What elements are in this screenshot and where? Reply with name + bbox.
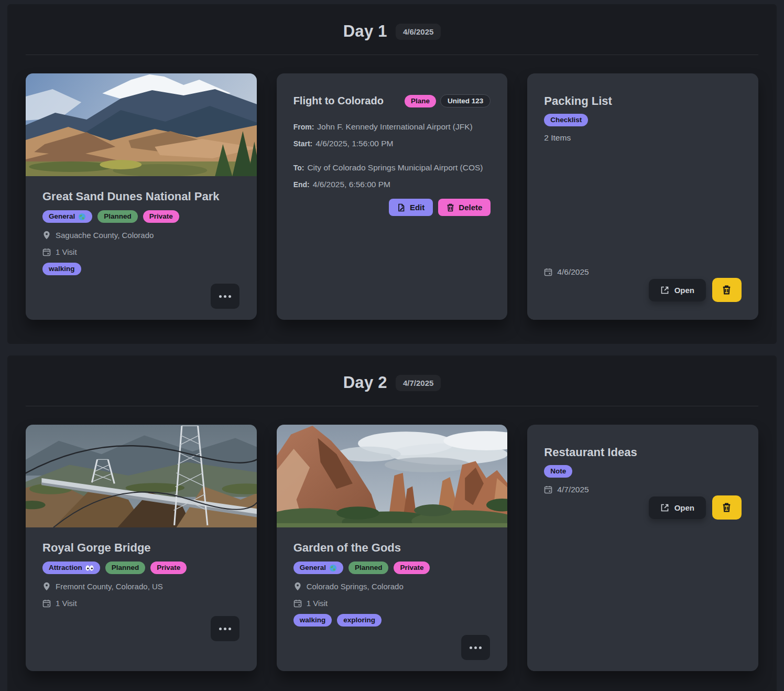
edit-button[interactable]: Edit [389,199,433,216]
checklist-actions: Open [544,278,742,302]
location-pin-icon [42,582,51,591]
start-value: 4/6/2025, 1:56:00 PM [315,139,393,148]
day-2-date-badge: 4/7/2025 [396,375,441,391]
kind-row: Checklist [544,114,742,126]
more-options-button[interactable] [211,616,239,641]
day-2-divider [26,406,758,406]
location-text: Fremont County, Colorado, US [56,582,163,591]
to-label: To: [293,164,304,172]
from-label: From: [293,123,314,131]
day-1-title: Day 1 [343,22,387,41]
place-title: Great Sand Dunes National Park [42,190,240,203]
flight-actions: Edit Delete [293,199,491,216]
more-options-button[interactable] [211,284,239,309]
visibility-tag: Private [143,210,179,223]
day-1-divider [26,55,758,55]
items-count: 2 Items [544,133,742,143]
checklist-title: Packing List [544,94,742,108]
visits-row: 1 Visit [293,599,491,608]
open-button[interactable]: Open [649,496,706,519]
day-1-section: Day 1 4/6/2025 [7,4,777,344]
status-tag: Planned [105,562,146,574]
ellipsis-icon [219,628,231,630]
globe-icon [78,213,86,221]
category-tag: Attraction [42,562,100,574]
tag-row: Attraction Planned Private [42,562,240,574]
arrival-block: To:City of Colorado Springs Municipal Ai… [293,163,491,189]
end-value: 4/6/2025, 6:56:00 PM [313,180,390,189]
open-button[interactable]: Open [649,279,706,301]
location-row: Colorado Springs, Colorado [293,582,491,591]
day-1-header: Day 1 4/6/2025 [26,18,758,41]
category-label: Attraction [49,564,82,572]
royal-gorge-photo [26,425,257,527]
end-line: End:4/6/2025, 6:56:00 PM [293,180,491,189]
visits-text: 1 Visit [56,247,77,256]
note-card-restaurant-ideas: Restaurant Ideas Note 4/7/2025 Open [527,425,758,671]
category-tag: General [42,210,92,223]
external-link-icon [660,503,669,512]
delete-label: Delete [459,203,482,212]
flight-number-badge: United 123 [440,94,491,107]
calendar-icon [42,599,51,608]
kind-tag: Note [544,465,572,478]
category-tag: General [293,562,343,574]
card-body: Flight to Colorado Plane United 123 From… [277,73,508,320]
activity-tag: exploring [337,614,382,627]
flight-title: Flight to Colorado [293,95,384,107]
date-row: 4/7/2025 [544,485,742,494]
card-body: Restaurant Ideas Note 4/7/2025 Open [527,425,758,671]
card-body: Packing List Checklist 2 Items 4/6/2025 … [527,73,758,320]
visits-row: 1 Visit [42,599,240,608]
edit-icon [397,203,406,212]
trash-icon [447,203,454,212]
card-body: Great Sand Dunes National Park General P… [26,176,257,320]
day-1-date-badge: 4/6/2025 [396,24,441,40]
card-body: Royal Gorge Bridge Attraction Planned Pr… [26,527,257,671]
ellipsis-icon [470,646,482,649]
edit-label: Edit [410,203,424,212]
location-pin-icon [42,231,51,240]
flight-header: Flight to Colorado Plane United 123 [293,94,491,107]
flight-card: Flight to Colorado Plane United 123 From… [277,73,508,320]
flight-badges: Plane United 123 [405,94,491,107]
visits-row: 1 Visit [42,247,240,256]
day-2-title: Day 2 [343,373,387,392]
checklist-card-packing-list: Packing List Checklist 2 Items 4/6/2025 … [527,73,758,320]
activity-tag: walking [293,614,332,627]
departure-block: From:John F. Kennedy International Airpo… [293,122,491,148]
from-line: From:John F. Kennedy International Airpo… [293,122,491,132]
tag-row: General Planned Private [42,210,240,223]
end-label: End: [293,180,310,189]
open-label: Open [674,503,694,512]
location-row: Saguache County, Colorado [42,231,240,240]
delete-button[interactable]: Delete [438,199,491,216]
from-value: John F. Kennedy International Airport (J… [317,122,472,131]
sand-dunes-photo [26,73,257,176]
more-options-button[interactable] [461,635,490,660]
date-text: 4/7/2025 [557,485,589,494]
visibility-tag: Private [150,562,187,574]
day-2-section: Day 2 4/7/2025 [7,355,777,691]
date-text: 4/6/2025 [557,267,589,277]
activity-row: walking exploring [293,614,491,627]
note-title: Restaurant Ideas [544,446,742,459]
place-card-great-sand-dunes: Great Sand Dunes National Park General P… [26,73,257,320]
place-title: Garden of the Gods [293,541,491,555]
card-body: Garden of the Gods General Planned Priva… [277,527,508,671]
location-text: Colorado Springs, Colorado [307,582,404,591]
activity-tag: walking [42,263,81,275]
tag-row: General Planned Private [293,562,491,574]
place-title: Royal Gorge Bridge [42,541,240,555]
to-value: City of Colorado Springs Municipal Airpo… [307,163,483,172]
activity-row: walking [42,263,240,275]
day-2-cards: Royal Gorge Bridge Attraction Planned Pr… [26,425,758,671]
kind-tag: Checklist [544,114,588,126]
delete-note-button[interactable] [712,495,742,520]
garden-of-the-gods-photo [277,425,508,527]
location-pin-icon [293,582,302,591]
delete-checklist-button[interactable] [712,278,742,302]
kind-row: Note [544,465,742,478]
status-tag: Planned [97,210,138,223]
calendar-icon [42,248,51,256]
